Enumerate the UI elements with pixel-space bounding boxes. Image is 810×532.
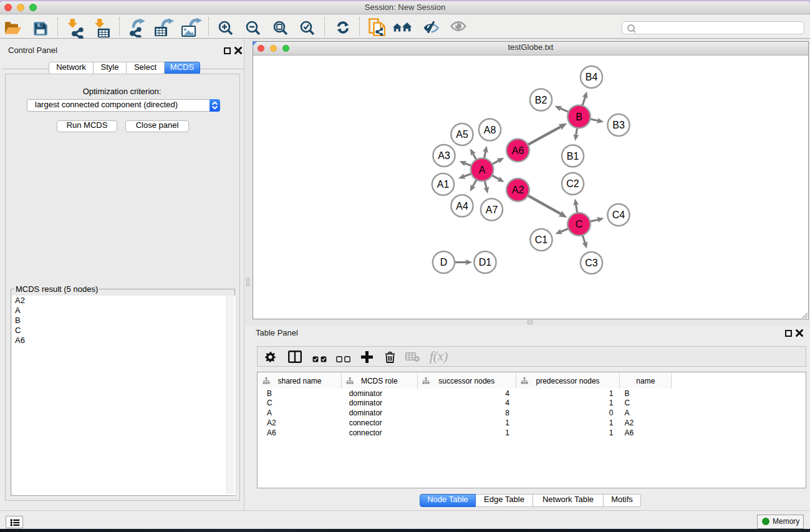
svg-text:A4: A4	[456, 201, 468, 211]
svg-text:B2: B2	[535, 95, 547, 105]
svg-text:A: A	[479, 165, 486, 175]
svg-text:B1: B1	[567, 151, 579, 162]
svg-text:A2: A2	[512, 185, 524, 195]
svg-text:A5: A5	[456, 129, 468, 140]
svg-text:B3: B3	[612, 120, 625, 130]
svg-text:D1: D1	[479, 257, 492, 268]
svg-text:A8: A8	[484, 125, 496, 135]
svg-text:C: C	[576, 219, 583, 230]
svg-text:A7: A7	[486, 205, 498, 215]
svg-text:A1: A1	[437, 179, 450, 190]
svg-text:B: B	[576, 112, 582, 122]
svg-text:C3: C3	[585, 258, 598, 268]
svg-text:A3: A3	[438, 150, 450, 161]
svg-text:C1: C1	[535, 235, 548, 245]
svg-text:D: D	[440, 257, 448, 268]
svg-text:C2: C2	[566, 178, 579, 189]
svg-text:B4: B4	[586, 72, 598, 82]
svg-text:A6: A6	[512, 145, 524, 156]
svg-text:C4: C4	[612, 210, 625, 220]
